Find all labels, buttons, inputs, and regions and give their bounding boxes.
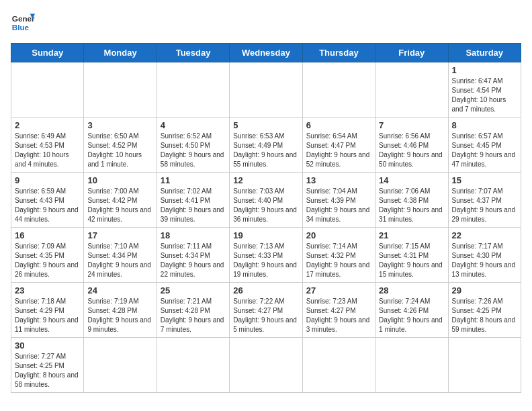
- day-info: Sunrise: 7:22 AM Sunset: 4:27 PM Dayligh…: [233, 297, 298, 334]
- day-number: 7: [379, 120, 444, 130]
- day-number: 10: [87, 175, 152, 185]
- weekday-header-sunday: Sunday: [11, 44, 84, 62]
- day-info: Sunrise: 6:59 AM Sunset: 4:43 PM Dayligh…: [15, 187, 80, 224]
- calendar-cell-7: 7Sunrise: 6:56 AM Sunset: 4:46 PM Daylig…: [375, 118, 448, 173]
- day-info: Sunrise: 7:18 AM Sunset: 4:29 PM Dayligh…: [15, 297, 80, 334]
- weekday-header-friday: Friday: [375, 44, 448, 62]
- weekday-header-monday: Monday: [84, 44, 157, 62]
- day-info: Sunrise: 7:13 AM Sunset: 4:33 PM Dayligh…: [233, 242, 298, 279]
- day-number: 20: [306, 230, 371, 240]
- calendar-cell-empty: [302, 62, 375, 118]
- calendar-cell-empty: [84, 62, 157, 118]
- day-info: Sunrise: 6:52 AM Sunset: 4:50 PM Dayligh…: [161, 132, 226, 169]
- calendar-cell-8: 8Sunrise: 6:57 AM Sunset: 4:45 PM Daylig…: [448, 118, 521, 173]
- day-info: Sunrise: 7:27 AM Sunset: 4:25 PM Dayligh…: [15, 352, 80, 390]
- calendar-cell-empty: [230, 338, 302, 393]
- day-number: 9: [15, 175, 80, 185]
- calendar-cell-empty: [448, 338, 521, 393]
- day-info: Sunrise: 7:17 AM Sunset: 4:30 PM Dayligh…: [452, 242, 517, 279]
- day-info: Sunrise: 7:09 AM Sunset: 4:35 PM Dayligh…: [15, 242, 80, 279]
- day-info: Sunrise: 7:04 AM Sunset: 4:39 PM Dayligh…: [306, 187, 371, 224]
- day-number: 23: [15, 285, 80, 295]
- day-number: 3: [87, 120, 152, 130]
- calendar-cell-empty: [375, 338, 448, 393]
- svg-text:Blue: Blue: [12, 23, 30, 32]
- calendar-row-5: 30Sunrise: 7:27 AM Sunset: 4:25 PM Dayli…: [11, 338, 521, 393]
- calendar-cell-26: 26Sunrise: 7:22 AM Sunset: 4:27 PM Dayli…: [230, 283, 302, 338]
- day-number: 22: [452, 230, 517, 240]
- calendar-cell-20: 20Sunrise: 7:14 AM Sunset: 4:32 PM Dayli…: [302, 228, 375, 283]
- calendar-cell-empty: [157, 338, 229, 393]
- calendar-cell-4: 4Sunrise: 6:52 AM Sunset: 4:50 PM Daylig…: [157, 118, 229, 173]
- day-info: Sunrise: 7:24 AM Sunset: 4:26 PM Dayligh…: [379, 297, 444, 334]
- day-info: Sunrise: 7:21 AM Sunset: 4:28 PM Dayligh…: [161, 297, 226, 334]
- day-info: Sunrise: 7:10 AM Sunset: 4:34 PM Dayligh…: [87, 242, 152, 279]
- day-info: Sunrise: 7:07 AM Sunset: 4:37 PM Dayligh…: [452, 187, 517, 224]
- calendar-row-3: 16Sunrise: 7:09 AM Sunset: 4:35 PM Dayli…: [11, 228, 521, 283]
- day-number: 12: [233, 175, 298, 185]
- calendar-cell-5: 5Sunrise: 6:53 AM Sunset: 4:49 PM Daylig…: [230, 118, 302, 173]
- day-number: 24: [87, 285, 152, 295]
- calendar-row-1: 2Sunrise: 6:49 AM Sunset: 4:53 PM Daylig…: [11, 118, 521, 173]
- calendar-cell-empty: [84, 338, 157, 393]
- calendar-row-2: 9Sunrise: 6:59 AM Sunset: 4:43 PM Daylig…: [11, 173, 521, 228]
- calendar-cell-17: 17Sunrise: 7:10 AM Sunset: 4:34 PM Dayli…: [84, 228, 157, 283]
- calendar-cell-15: 15Sunrise: 7:07 AM Sunset: 4:37 PM Dayli…: [448, 173, 521, 228]
- header: General Blue: [11, 11, 521, 35]
- calendar-cell-empty: [375, 62, 448, 118]
- calendar-cell-10: 10Sunrise: 7:00 AM Sunset: 4:42 PM Dayli…: [84, 173, 157, 228]
- calendar-cell-18: 18Sunrise: 7:11 AM Sunset: 4:34 PM Dayli…: [157, 228, 229, 283]
- day-number: 14: [379, 175, 444, 185]
- day-number: 5: [233, 120, 298, 130]
- calendar-cell-2: 2Sunrise: 6:49 AM Sunset: 4:53 PM Daylig…: [11, 118, 84, 173]
- day-number: 19: [233, 230, 298, 240]
- day-info: Sunrise: 6:54 AM Sunset: 4:47 PM Dayligh…: [306, 132, 371, 169]
- day-number: 16: [15, 230, 80, 240]
- day-number: 1: [452, 65, 517, 75]
- weekday-header-row: SundayMondayTuesdayWednesdayThursdayFrid…: [11, 44, 521, 62]
- calendar-body: 1Sunrise: 6:47 AM Sunset: 4:54 PM Daylig…: [11, 62, 521, 393]
- logo-icon: General Blue: [11, 11, 35, 35]
- calendar-row-0: 1Sunrise: 6:47 AM Sunset: 4:54 PM Daylig…: [11, 62, 521, 118]
- calendar-cell-25: 25Sunrise: 7:21 AM Sunset: 4:28 PM Dayli…: [157, 283, 229, 338]
- calendar-cell-16: 16Sunrise: 7:09 AM Sunset: 4:35 PM Dayli…: [11, 228, 84, 283]
- calendar-cell-19: 19Sunrise: 7:13 AM Sunset: 4:33 PM Dayli…: [230, 228, 302, 283]
- weekday-header-wednesday: Wednesday: [230, 44, 302, 62]
- day-info: Sunrise: 6:47 AM Sunset: 4:54 PM Dayligh…: [452, 77, 517, 114]
- day-info: Sunrise: 7:00 AM Sunset: 4:42 PM Dayligh…: [87, 187, 152, 224]
- day-number: 17: [87, 230, 152, 240]
- calendar-cell-11: 11Sunrise: 7:02 AM Sunset: 4:41 PM Dayli…: [157, 173, 229, 228]
- day-number: 2: [15, 120, 80, 130]
- day-number: 25: [161, 285, 226, 295]
- day-number: 28: [379, 285, 444, 295]
- day-number: 18: [161, 230, 226, 240]
- calendar-cell-13: 13Sunrise: 7:04 AM Sunset: 4:39 PM Dayli…: [302, 173, 375, 228]
- weekday-header-tuesday: Tuesday: [157, 44, 229, 62]
- day-info: Sunrise: 6:50 AM Sunset: 4:52 PM Dayligh…: [87, 132, 152, 169]
- day-info: Sunrise: 7:26 AM Sunset: 4:25 PM Dayligh…: [452, 297, 517, 334]
- calendar-cell-14: 14Sunrise: 7:06 AM Sunset: 4:38 PM Dayli…: [375, 173, 448, 228]
- calendar-cell-6: 6Sunrise: 6:54 AM Sunset: 4:47 PM Daylig…: [302, 118, 375, 173]
- calendar-cell-9: 9Sunrise: 6:59 AM Sunset: 4:43 PM Daylig…: [11, 173, 84, 228]
- day-info: Sunrise: 6:57 AM Sunset: 4:45 PM Dayligh…: [452, 132, 517, 169]
- calendar-cell-12: 12Sunrise: 7:03 AM Sunset: 4:40 PM Dayli…: [230, 173, 302, 228]
- calendar: SundayMondayTuesdayWednesdayThursdayFrid…: [11, 43, 521, 393]
- logo: General Blue: [11, 11, 35, 35]
- calendar-row-4: 23Sunrise: 7:18 AM Sunset: 4:29 PM Dayli…: [11, 283, 521, 338]
- day-number: 30: [15, 340, 80, 351]
- day-info: Sunrise: 7:02 AM Sunset: 4:41 PM Dayligh…: [161, 187, 226, 224]
- day-number: 15: [452, 175, 517, 185]
- calendar-cell-21: 21Sunrise: 7:15 AM Sunset: 4:31 PM Dayli…: [375, 228, 448, 283]
- day-info: Sunrise: 6:49 AM Sunset: 4:53 PM Dayligh…: [15, 132, 80, 169]
- calendar-cell-27: 27Sunrise: 7:23 AM Sunset: 4:27 PM Dayli…: [302, 283, 375, 338]
- day-number: 21: [379, 230, 444, 240]
- calendar-cell-empty: [230, 62, 302, 118]
- day-number: 27: [306, 285, 371, 295]
- day-info: Sunrise: 6:56 AM Sunset: 4:46 PM Dayligh…: [379, 132, 444, 169]
- day-number: 29: [452, 285, 517, 295]
- day-number: 8: [452, 120, 517, 130]
- day-number: 6: [306, 120, 371, 130]
- day-info: Sunrise: 6:53 AM Sunset: 4:49 PM Dayligh…: [233, 132, 298, 169]
- calendar-cell-30: 30Sunrise: 7:27 AM Sunset: 4:25 PM Dayli…: [11, 338, 84, 393]
- calendar-cell-23: 23Sunrise: 7:18 AM Sunset: 4:29 PM Dayli…: [11, 283, 84, 338]
